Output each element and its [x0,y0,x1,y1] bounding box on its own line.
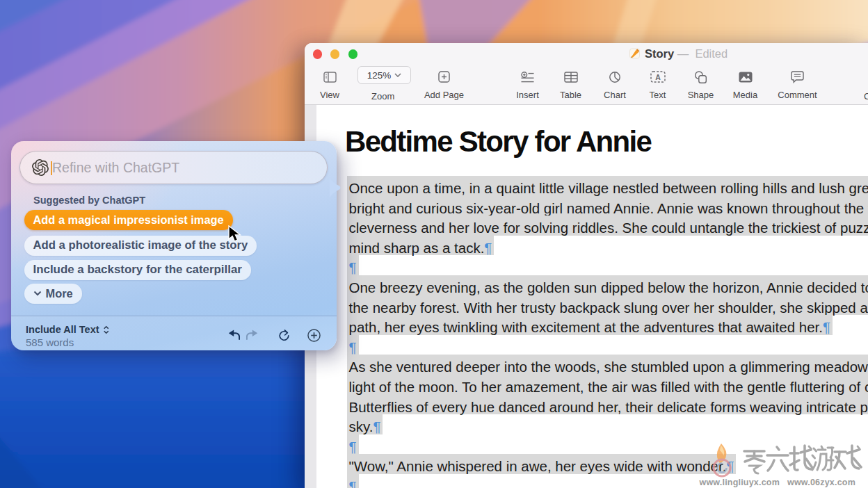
svg-text:A: A [655,73,661,81]
